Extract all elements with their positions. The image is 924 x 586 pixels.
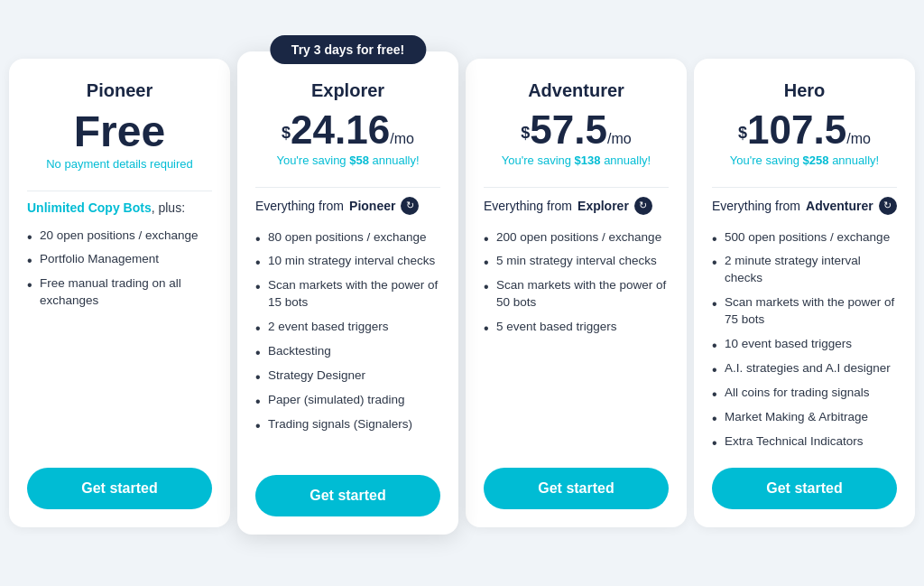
explorer-from-plan: Pioneer bbox=[349, 199, 395, 213]
adventurer-cta-button[interactable]: Get started bbox=[484, 468, 669, 509]
plan-pioneer: Pioneer Free No payment details required… bbox=[9, 59, 230, 528]
explorer-feature-6: Strategy Designer bbox=[255, 364, 440, 388]
pioneer-divider bbox=[27, 191, 212, 191]
adventurer-saving: You're saving $138 annually! bbox=[484, 153, 669, 167]
hero-feature-4: 10 event based triggers bbox=[712, 332, 897, 357]
adventurer-plan-name: Adventurer bbox=[484, 80, 669, 101]
pioneer-plan-name: Pioneer bbox=[27, 80, 212, 101]
hero-period: /mo bbox=[846, 131, 871, 146]
explorer-everything-from: Everything from Pioneer ↻ bbox=[255, 197, 440, 215]
pioneer-feature-2: Portfolio Management bbox=[27, 247, 212, 272]
explorer-feature-1: 80 open positions / exchange bbox=[255, 226, 440, 250]
hero-cta-button[interactable]: Get started bbox=[712, 468, 897, 509]
hero-feature-2: 2 minute strategy interval checks bbox=[712, 249, 897, 291]
adventurer-feature-3: Scan markets with the power of 50 bots bbox=[484, 274, 669, 315]
pioneer-price-amount: Free bbox=[74, 107, 165, 155]
adventurer-refresh-icon: ↻ bbox=[634, 197, 652, 215]
hero-feature-5: A.I. strategies and A.I designer bbox=[712, 357, 897, 381]
pioneer-price: Free bbox=[27, 110, 212, 153]
hero-feature-7: Market Making & Arbitrage bbox=[712, 405, 897, 430]
explorer-try-banner: Try 3 days for free! bbox=[270, 35, 426, 64]
plan-hero: Hero $107.5/mo You're saving $258 annual… bbox=[694, 59, 915, 528]
explorer-price: $24.16/mo bbox=[255, 110, 440, 150]
hero-saving: You're saving $258 annually! bbox=[712, 153, 897, 167]
explorer-refresh-icon: ↻ bbox=[401, 197, 419, 215]
pioneer-feature-1: 20 open positions / exchange bbox=[27, 224, 212, 248]
adventurer-features: 200 open positions / exchange 5 min stra… bbox=[484, 226, 669, 454]
adventurer-price: $57.5/mo bbox=[484, 110, 669, 150]
adventurer-from-plan: Explorer bbox=[578, 199, 629, 213]
explorer-saving-amount: $58 bbox=[349, 153, 369, 167]
adventurer-everything-from: Everything from Explorer ↻ bbox=[484, 197, 669, 215]
hero-features: 500 open positions / exchange 2 minute s… bbox=[712, 226, 897, 454]
hero-feature-6: All coins for trading signals bbox=[712, 381, 897, 405]
explorer-features: 80 open positions / exchange 10 min stra… bbox=[255, 226, 440, 461]
plan-adventurer: Adventurer $57.5/mo You're saving $138 a… bbox=[466, 59, 687, 528]
unlimited-copy-link: Unlimited Copy Bots bbox=[27, 200, 152, 215]
hero-everything-from: Everything from Adventurer ↻ bbox=[712, 197, 897, 215]
hero-amount: 107.5 bbox=[747, 107, 846, 152]
adventurer-feature-1: 200 open positions / exchange bbox=[484, 226, 669, 250]
pioneer-no-payment: No payment details required bbox=[27, 157, 212, 171]
hero-saving-amount: $258 bbox=[803, 153, 829, 167]
explorer-cta-button[interactable]: Get started bbox=[255, 475, 440, 516]
explorer-amount: 24.16 bbox=[291, 107, 390, 152]
plan-explorer: Try 3 days for free! Explorer $24.16/mo … bbox=[237, 51, 458, 535]
explorer-feature-4: 2 event based triggers bbox=[255, 315, 440, 340]
hero-plan-name: Hero bbox=[712, 80, 897, 101]
explorer-feature-7: Paper (simulated) trading bbox=[255, 388, 440, 413]
hero-feature-1: 500 open positions / exchange bbox=[712, 226, 897, 250]
hero-feature-3: Scan markets with the power of 75 bots bbox=[712, 291, 897, 332]
pricing-wrapper: Pioneer Free No payment details required… bbox=[9, 59, 915, 528]
hero-currency: $ bbox=[738, 123, 747, 141]
explorer-feature-2: 10 min strategy interval checks bbox=[255, 249, 440, 274]
explorer-saving: You're saving $58 annually! bbox=[255, 153, 440, 167]
explorer-period: /mo bbox=[390, 131, 414, 146]
pioneer-cta-button[interactable]: Get started bbox=[27, 468, 212, 509]
pioneer-features: 20 open positions / exchange Portfolio M… bbox=[27, 224, 212, 454]
hero-divider bbox=[712, 187, 897, 188]
explorer-divider bbox=[255, 187, 440, 188]
adventurer-period: /mo bbox=[607, 131, 632, 146]
hero-from-plan: Adventurer bbox=[806, 199, 873, 213]
pioneer-unlimited-copy: Unlimited Copy Bots, plus: bbox=[27, 200, 212, 215]
adventurer-saving-amount: $138 bbox=[575, 153, 601, 167]
adventurer-currency: $ bbox=[521, 123, 530, 141]
adventurer-divider bbox=[484, 187, 669, 188]
explorer-plan-name: Explorer bbox=[255, 80, 440, 101]
hero-price: $107.5/mo bbox=[712, 110, 897, 150]
hero-feature-8: Extra Technical Indicators bbox=[712, 430, 897, 454]
adventurer-feature-4: 5 event based triggers bbox=[484, 315, 669, 340]
explorer-feature-3: Scan markets with the power of 15 bots bbox=[255, 274, 440, 315]
adventurer-feature-2: 5 min strategy interval checks bbox=[484, 249, 669, 274]
explorer-feature-5: Backtesting bbox=[255, 340, 440, 364]
explorer-currency: $ bbox=[282, 123, 291, 141]
pioneer-feature-3: Free manual trading on all exchanges bbox=[27, 272, 212, 313]
adventurer-amount: 57.5 bbox=[530, 107, 607, 152]
hero-refresh-icon: ↻ bbox=[879, 197, 897, 215]
explorer-feature-8: Trading signals (Signalers) bbox=[255, 413, 440, 437]
